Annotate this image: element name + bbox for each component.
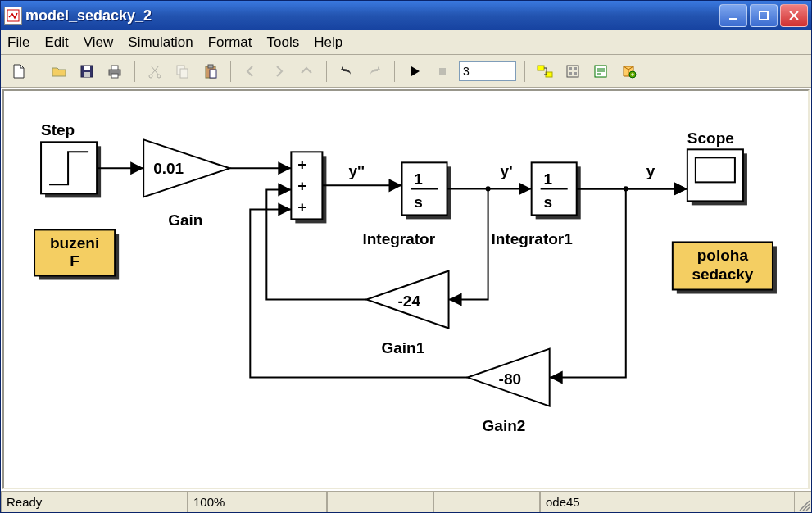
window-title: model_sedacky_2 [25, 7, 719, 25]
svg-text:buzeni: buzeni [50, 234, 99, 252]
minimize-button[interactable] [719, 4, 747, 27]
status-zoom: 100% [188, 492, 327, 512]
menu-tools[interactable]: Tools [267, 34, 300, 51]
undo-button[interactable] [335, 60, 358, 83]
new-button[interactable] [7, 60, 30, 83]
svg-rect-23 [574, 67, 577, 70]
model-browser-button[interactable] [589, 60, 612, 83]
forward-button[interactable] [267, 60, 290, 83]
svg-rect-6 [84, 66, 90, 70]
titlebar: model_sedacky_2 [1, 1, 811, 30]
back-button[interactable] [239, 60, 262, 83]
svg-rect-9 [111, 66, 118, 70]
wire-yp-gain1 [449, 188, 488, 299]
svg-text:+: + [297, 156, 306, 173]
diagram-svg: Step buzeni F 0.01 Gain [4, 91, 808, 488]
open-button[interactable] [48, 60, 70, 83]
status-solver: ode45 [540, 492, 795, 512]
svg-rect-57 [696, 157, 735, 182]
cut-button[interactable] [143, 60, 166, 83]
svg-text:Step: Step [41, 121, 75, 138]
menu-simulation[interactable]: Simulation [128, 34, 193, 51]
svg-rect-18 [439, 68, 446, 75]
svg-text:1: 1 [414, 170, 423, 188]
block-integrator[interactable]: 1 s Integrator [362, 162, 451, 247]
block-gain2[interactable]: -80 Gain2 [468, 349, 550, 434]
maximize-button[interactable] [750, 4, 778, 27]
label-ypp: y'' [348, 162, 365, 179]
svg-text:Gain: Gain [168, 211, 202, 229]
library-browser-button[interactable] [617, 60, 640, 83]
copy-button[interactable] [171, 60, 194, 83]
label-yp: y' [501, 162, 513, 179]
svg-text:+: + [297, 198, 306, 216]
print-button[interactable] [103, 60, 126, 83]
svg-text:poloha: poloha [697, 247, 749, 264]
update-diagram-button[interactable] [533, 60, 556, 83]
svg-text:Scope: Scope [687, 129, 734, 147]
up-button[interactable] [295, 60, 318, 83]
svg-text:F: F [70, 252, 79, 270]
svg-text:Gain2: Gain2 [483, 417, 526, 434]
svg-text:Integrator1: Integrator1 [492, 230, 574, 247]
svg-rect-16 [208, 65, 213, 68]
note-buzeni[interactable]: buzeni F [34, 229, 119, 279]
svg-text:sedacky: sedacky [692, 266, 753, 283]
svg-rect-22 [569, 67, 572, 70]
block-gain[interactable]: 0.01 Gain [143, 139, 229, 229]
menu-format[interactable]: Format [208, 34, 252, 51]
menu-file[interactable]: File [7, 34, 29, 51]
stop-sim-button[interactable] [431, 60, 454, 83]
build-button[interactable] [561, 60, 584, 83]
svg-text:+: + [297, 177, 306, 194]
svg-text:Gain1: Gain1 [381, 339, 424, 356]
menu-edit[interactable]: Edit [44, 34, 68, 51]
svg-rect-10 [111, 74, 118, 78]
app-window: model_sedacky_2 File Edit View Simulatio… [0, 0, 812, 513]
svg-rect-24 [569, 72, 572, 75]
toolbar [1, 55, 811, 88]
status-cell-3 [327, 492, 433, 512]
svg-text:s: s [414, 193, 423, 211]
model-canvas[interactable]: Step buzeni F 0.01 Gain [2, 89, 810, 489]
svg-rect-7 [84, 72, 90, 77]
svg-text:-24: -24 [397, 293, 420, 310]
menubar: File Edit View Simulation Format Tools H… [1, 30, 811, 55]
status-ready: Ready [1, 492, 188, 512]
close-button[interactable] [780, 4, 808, 27]
svg-rect-25 [574, 72, 577, 75]
svg-text:1: 1 [543, 170, 552, 188]
note-poloha[interactable]: poloha sedacky [673, 242, 777, 293]
block-scope[interactable]: Scope [687, 129, 747, 205]
svg-text:Integrator: Integrator [362, 230, 435, 247]
save-button[interactable] [75, 60, 98, 83]
svg-text:-80: -80 [499, 370, 521, 388]
start-sim-button[interactable] [403, 60, 426, 83]
svg-text:s: s [543, 193, 552, 211]
block-step[interactable]: Step [41, 121, 101, 197]
menu-view[interactable]: View [84, 34, 114, 51]
svg-rect-2 [760, 11, 768, 20]
label-y: y [646, 162, 655, 179]
stop-time-input[interactable] [459, 61, 516, 81]
svg-rect-14 [180, 69, 188, 78]
svg-rect-17 [210, 70, 216, 78]
svg-text:0.01: 0.01 [153, 160, 184, 177]
block-gain1[interactable]: -24 Gain1 [366, 270, 448, 356]
svg-rect-19 [538, 66, 544, 70]
status-cell-4 [433, 492, 540, 512]
menu-help[interactable]: Help [314, 34, 342, 51]
redo-button[interactable] [363, 60, 386, 83]
paste-button[interactable] [199, 60, 222, 83]
block-sum[interactable]: + + + [291, 152, 326, 223]
resize-grip[interactable] [795, 492, 811, 512]
statusbar: Ready 100% ode45 [1, 491, 811, 512]
app-icon [4, 7, 22, 25]
